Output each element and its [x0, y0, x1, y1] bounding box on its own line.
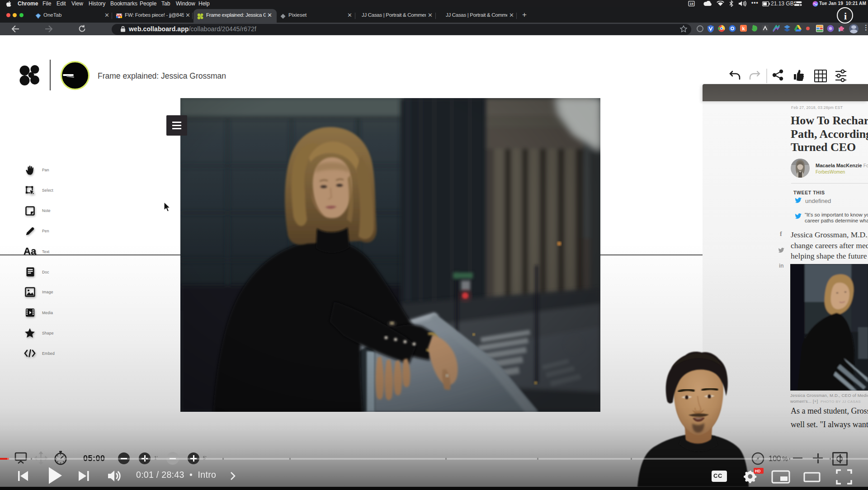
svg-text:k: k [742, 26, 745, 31]
svg-text:19: 19 [689, 2, 693, 6]
